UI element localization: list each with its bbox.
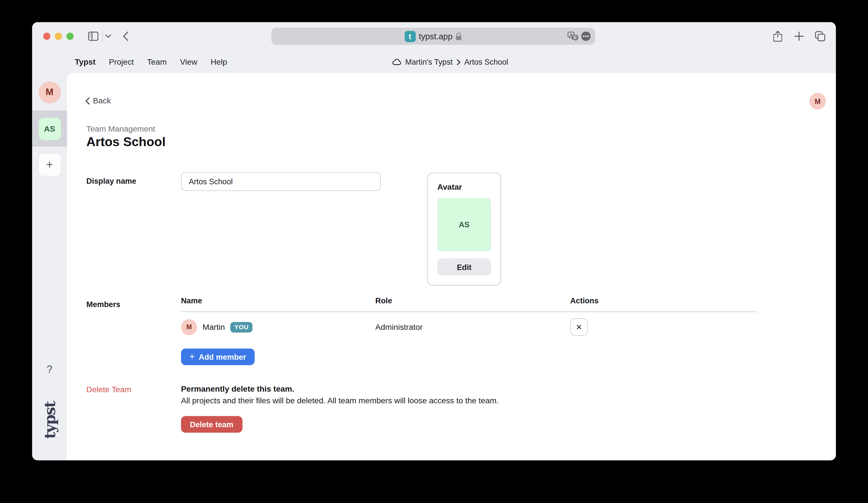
app-menubar: Typst Project Team View Help Martin's Ty… [32,51,836,73]
breadcrumb-chevron-icon [456,59,461,65]
url-bar[interactable]: t typst.app [271,28,595,45]
delete-team-button[interactable]: Delete team [181,416,242,433]
display-name-label: Display name [86,177,136,186]
column-header-actions: Actions [570,296,757,307]
url-text: typst.app [419,32,453,41]
user-avatar[interactable]: M [809,93,826,109]
delete-team-description: All projects and their files will be del… [181,396,499,405]
content-area: M AS + ? typst M [32,73,836,460]
avatar-card-label: Avatar [437,182,491,191]
edit-avatar-button[interactable]: Edit [437,258,491,275]
you-badge: YOU [230,322,252,332]
menu-view[interactable]: View [180,57,197,66]
chevron-down-icon[interactable] [105,34,111,38]
members-table: Name Role Actions M Martin YOU Administr… [181,296,757,336]
display-name-input[interactable] [181,172,381,191]
toolbar-divider [102,30,103,43]
menu-team[interactable]: Team [147,57,167,66]
section-eyebrow: Team Management [86,125,155,133]
breadcrumb-workspace[interactable]: Martin's Typst [405,57,453,66]
delete-team-label: Delete Team [86,385,131,394]
add-member-button[interactable]: + Add member [181,349,254,365]
sidebar-item-workspace-martin[interactable]: M [39,82,61,104]
zoom-window-button[interactable] [66,32,73,40]
page-settings-icon[interactable] [581,32,591,41]
members-table-header: Name Role Actions [181,296,757,307]
add-member-label: Add member [199,352,246,361]
new-tab-icon[interactable] [795,32,804,41]
team-management-panel: M Back Team Management Artos School Disp… [67,73,836,460]
help-button[interactable]: ? [47,364,53,376]
cloud-icon [392,59,401,65]
screen: t typst.app [0,0,868,503]
site-favicon: t [404,31,415,42]
column-header-role: Role [375,296,570,307]
plus-icon: + [189,351,195,362]
breadcrumb-page: Artos School [464,57,508,66]
column-header-name: Name [181,296,375,307]
page-title: Artos School [86,134,166,149]
tab-overview-icon[interactable] [815,31,826,42]
team-avatar-preview: AS [437,198,491,251]
remove-member-button[interactable]: ✕ [570,318,588,336]
back-label: Back [93,96,111,105]
member-avatar: M [181,319,197,335]
lock-icon [456,32,462,40]
menu-help[interactable]: Help [210,57,227,66]
avatar-card: Avatar AS Edit [427,172,501,285]
add-team-button[interactable]: + [39,154,61,176]
table-row: M Martin YOU Administrator ✕ [181,318,757,336]
members-label: Members [86,300,120,309]
menu-project[interactable]: Project [109,57,134,66]
delete-team-heading: Permanently delete this team. [181,385,294,393]
workspace-sidebar: M AS + ? typst [32,73,67,460]
browser-titlebar: t typst.app [32,22,836,51]
translate-icon[interactable] [567,32,578,41]
back-chevron-icon [85,97,90,104]
share-icon[interactable] [773,31,782,42]
sidebar-item-team-artos-school[interactable]: AS [39,118,61,140]
minimize-window-button[interactable] [54,32,62,40]
menu-typst[interactable]: Typst [75,57,95,66]
member-role: Administrator [375,323,570,332]
close-icon: ✕ [576,323,582,332]
browser-back-icon[interactable] [123,32,128,41]
sidebar-selected-band: AS [32,111,67,147]
table-divider [181,312,757,312]
back-link[interactable]: Back [85,96,111,105]
typst-logo: typst [40,389,59,451]
member-name: Martin [203,323,225,332]
breadcrumb: Martin's Typst Artos School [392,51,508,73]
sidebar-toggle-icon[interactable] [88,32,99,41]
browser-window: t typst.app [32,22,836,461]
close-window-button[interactable] [43,32,50,40]
